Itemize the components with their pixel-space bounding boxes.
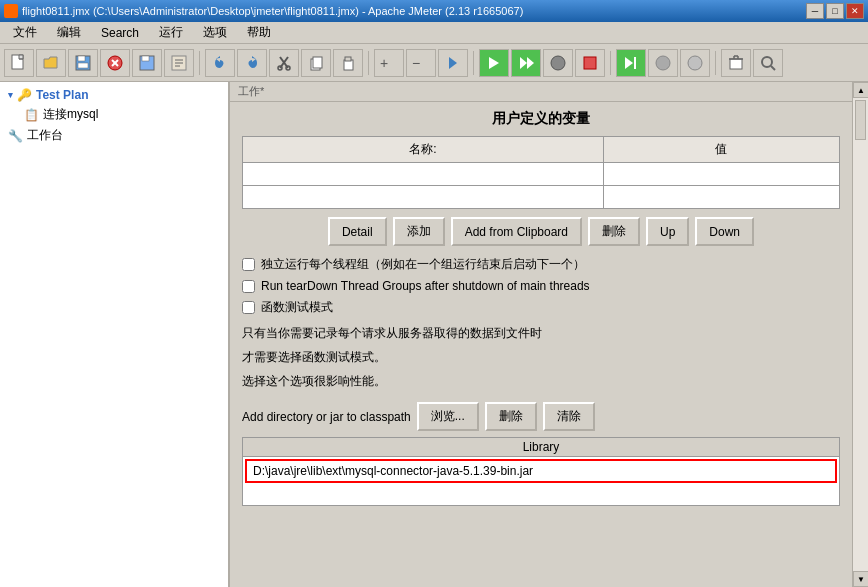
toolbar: + − — [0, 44, 868, 82]
menu-search[interactable]: Search — [92, 23, 148, 43]
down-button[interactable]: Down — [695, 217, 754, 246]
scroll-content: 工作* 用户定义的变量 名称: 值 — [230, 82, 868, 587]
menu-help[interactable]: 帮助 — [238, 21, 280, 44]
toolbar-shutdown[interactable] — [575, 49, 605, 77]
library-header: Library — [243, 438, 839, 457]
svg-point-32 — [688, 56, 702, 70]
svg-rect-33 — [730, 59, 742, 69]
svg-marker-25 — [520, 57, 527, 69]
col-value: 值 — [603, 137, 839, 163]
classpath-row: Add directory or jar to classpath 浏览... … — [242, 402, 840, 431]
key-icon: 🔑 — [17, 88, 32, 102]
toolbar-undo[interactable] — [205, 49, 235, 77]
svg-marker-23 — [449, 57, 457, 69]
checkbox-row-3: 函数测试模式 — [242, 299, 840, 316]
toolbar-redo[interactable] — [237, 49, 267, 77]
toolbar-start-no-pause[interactable] — [511, 49, 541, 77]
checkbox-functional[interactable] — [242, 301, 255, 314]
tree-panel: ▾ 🔑 Test Plan 📋 连接mysql 🔧 工作台 — [0, 82, 230, 587]
scrollbar-track — [853, 98, 868, 571]
delete-button[interactable]: 删除 — [588, 217, 640, 246]
tree-item-label-workbench: 工作台 — [27, 127, 63, 144]
tree-item-testplan[interactable]: ▾ 🔑 Test Plan — [4, 86, 224, 104]
detail-button[interactable]: Detail — [328, 217, 387, 246]
toolbar-search[interactable] — [753, 49, 783, 77]
toolbar-copy[interactable] — [301, 49, 331, 77]
table-cell-value2 — [603, 186, 839, 209]
action-buttons-row: Detail 添加 Add from Clipboard 删除 Up Down — [242, 217, 840, 246]
tree-item-icon-workbench: 🔧 — [8, 129, 23, 143]
svg-marker-29 — [625, 57, 633, 69]
table-row-empty1 — [243, 163, 840, 186]
toolbar-paste[interactable] — [333, 49, 363, 77]
toolbar-sep1 — [199, 51, 200, 75]
toolbar-save[interactable] — [68, 49, 98, 77]
toolbar-save2[interactable] — [132, 49, 162, 77]
close-button[interactable]: ✕ — [846, 3, 864, 19]
svg-point-27 — [551, 56, 565, 70]
menu-bar: 文件 编辑 Search 运行 选项 帮助 — [0, 22, 868, 44]
toolbar-expand[interactable]: + — [374, 49, 404, 77]
toolbar-sep3 — [473, 51, 474, 75]
toolbar-sep2 — [368, 51, 369, 75]
toolbar-start[interactable] — [479, 49, 509, 77]
toolbar-collapse[interactable]: − — [406, 49, 436, 77]
checkbox-label-2: Run tearDown Thread Groups after shutdow… — [261, 279, 590, 293]
checkbox-thread-groups[interactable] — [242, 258, 255, 271]
delete-classpath-button[interactable]: 删除 — [485, 402, 537, 431]
toolbar-new[interactable] — [4, 49, 34, 77]
menu-run[interactable]: 运行 — [150, 21, 192, 44]
library-entry[interactable]: D:\java\jre\lib\ext\mysql-connector-java… — [245, 459, 837, 483]
svg-point-38 — [762, 57, 772, 67]
tree-item-mysql[interactable]: 📋 连接mysql — [20, 104, 224, 125]
desc-text-2: 才需要选择函数测试模式。 — [242, 348, 840, 366]
library-section: Library D:\java\jre\lib\ext\mysql-connec… — [242, 437, 840, 506]
table-row-empty2 — [243, 186, 840, 209]
toolbar-clear[interactable] — [721, 49, 751, 77]
toolbar-toggle[interactable] — [438, 49, 468, 77]
svg-marker-24 — [489, 57, 499, 69]
toolbar-open[interactable] — [36, 49, 66, 77]
up-button[interactable]: Up — [646, 217, 689, 246]
add-clipboard-button[interactable]: Add from Clipboard — [451, 217, 582, 246]
svg-rect-18 — [313, 57, 322, 68]
scrollbar-thumb[interactable] — [855, 100, 866, 140]
toolbar-remote-shutdown[interactable] — [680, 49, 710, 77]
table-cell-value — [603, 163, 839, 186]
app-icon — [4, 4, 18, 18]
scrollbar-down-btn[interactable]: ▼ — [853, 571, 868, 587]
vertical-scrollbar[interactable]: ▲ ▼ — [852, 82, 868, 587]
window-title: flight0811.jmx (C:\Users\Administrator\D… — [22, 5, 523, 17]
table-cell-name2 — [243, 186, 604, 209]
checkbox-label-3: 函数测试模式 — [261, 299, 333, 316]
checkbox-row-1: 独立运行每个线程组（例如在一个组运行结束后启动下一个） — [242, 256, 840, 273]
toolbar-remote-start[interactable] — [616, 49, 646, 77]
menu-file[interactable]: 文件 — [4, 21, 46, 44]
checkbox-label-1: 独立运行每个线程组（例如在一个组运行结束后启动下一个） — [261, 256, 585, 273]
menu-edit[interactable]: 编辑 — [48, 21, 90, 44]
menu-options[interactable]: 选项 — [194, 21, 236, 44]
browse-button[interactable]: 浏览... — [417, 402, 479, 431]
toolbar-remote-stop[interactable] — [648, 49, 678, 77]
add-button[interactable]: 添加 — [393, 217, 445, 246]
svg-rect-28 — [584, 57, 596, 69]
toolbar-stop-all[interactable] — [543, 49, 573, 77]
tree-item-icon-mysql: 📋 — [24, 108, 39, 122]
content-area: 用户定义的变量 名称: 值 — [230, 102, 852, 587]
checkbox-teardown[interactable] — [242, 280, 255, 293]
library-entry-empty — [243, 485, 839, 505]
title-bar-controls[interactable]: ─ □ ✕ — [806, 3, 864, 19]
section-title: 用户定义的变量 — [242, 110, 840, 128]
toolbar-templates[interactable] — [164, 49, 194, 77]
toolbar-stop-recording[interactable] — [100, 49, 130, 77]
svg-line-39 — [771, 66, 775, 70]
top-label: 工作* — [230, 82, 852, 102]
svg-text:+: + — [380, 55, 388, 71]
tree-item-workbench[interactable]: 🔧 工作台 — [4, 125, 224, 146]
main-layout: ▾ 🔑 Test Plan 📋 连接mysql 🔧 工作台 ▲ ▼ — [0, 82, 868, 587]
minimize-button[interactable]: ─ — [806, 3, 824, 19]
maximize-button[interactable]: □ — [826, 3, 844, 19]
toolbar-cut[interactable] — [269, 49, 299, 77]
clear-classpath-button[interactable]: 清除 — [543, 402, 595, 431]
scrollbar-up-btn[interactable]: ▲ — [853, 82, 868, 98]
